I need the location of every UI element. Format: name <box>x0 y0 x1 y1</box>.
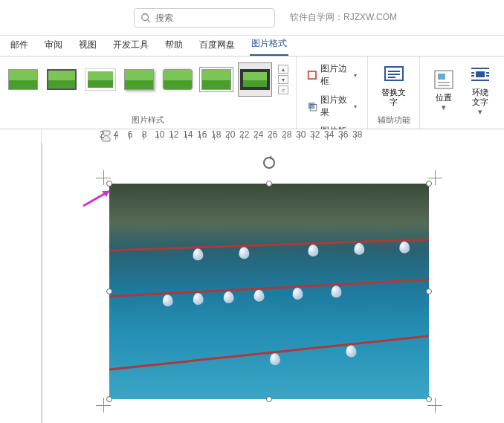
accessibility-group-label: 辅助功能 <box>374 113 414 127</box>
picture-border-button[interactable]: 图片边框 ▾ <box>306 61 358 89</box>
tab-baidu[interactable]: 百度网盘 <box>198 34 236 56</box>
horizontal-ruler[interactable]: 2468101214161820222426283032343638 <box>42 129 504 143</box>
search-input[interactable] <box>155 13 268 23</box>
resize-handle-t[interactable] <box>266 181 272 187</box>
crop-mark-tr <box>427 170 442 185</box>
horizontal-ruler-area: 2468101214161820222426283032343638 <box>0 129 504 143</box>
ruler-marks: 2468101214161820222426283032343638 <box>101 129 369 140</box>
selected-image[interactable] <box>109 184 429 399</box>
tab-help[interactable]: 帮助 <box>164 34 184 56</box>
wrap-icon <box>468 62 492 86</box>
alt-text-button[interactable]: 替换文字 <box>374 59 414 110</box>
tab-view[interactable]: 视图 <box>77 34 98 56</box>
ribbon-group-styles: ▴ ▾ ▿ 图片样式 <box>0 56 297 129</box>
resize-handle-b[interactable] <box>266 396 272 402</box>
rotate-icon <box>262 155 277 170</box>
svg-point-0 <box>142 13 149 20</box>
gallery-up-button[interactable]: ▴ <box>278 65 288 74</box>
search-box[interactable] <box>134 8 275 28</box>
crop-mark-br <box>427 398 442 413</box>
tab-review[interactable]: 审阅 <box>43 34 64 56</box>
picture-effects-label: 图片效果 <box>320 94 351 119</box>
style-thick-border[interactable] <box>238 62 272 97</box>
picture-style-gallery: ▴ ▾ ▿ <box>6 59 290 97</box>
chevron-down-icon: ▾ <box>354 103 357 110</box>
watermark-text: 软件自学网：RJZXW.COM <box>290 11 397 24</box>
picture-effects-button[interactable]: 图片效果 ▾ <box>306 92 358 120</box>
effects-icon <box>307 100 317 112</box>
title-bar: 软件自学网：RJZXW.COM <box>0 0 504 36</box>
gallery-scroll: ▴ ▾ ▿ <box>278 65 290 94</box>
tab-picture-format[interactable]: 图片格式 <box>250 33 288 56</box>
document-area <box>0 143 504 423</box>
vertical-ruler[interactable] <box>0 143 42 423</box>
alt-text-icon <box>382 62 406 86</box>
svg-rect-18 <box>476 71 485 77</box>
position-icon <box>432 68 456 91</box>
photo-content <box>109 184 429 399</box>
tab-mail[interactable]: 邮件 <box>9 34 30 56</box>
svg-point-26 <box>264 158 274 168</box>
style-simple[interactable] <box>6 62 40 97</box>
svg-line-27 <box>83 191 109 206</box>
crop-mark-bl <box>96 398 111 413</box>
styles-group-label: 图片样式 <box>6 113 290 127</box>
gallery-more-button[interactable]: ▿ <box>278 85 288 94</box>
style-double[interactable] <box>199 62 233 97</box>
resize-handle-l[interactable] <box>106 288 112 294</box>
tab-developer[interactable]: 开发工具 <box>112 34 150 56</box>
picture-border-label: 图片边框 <box>320 62 351 88</box>
position-button[interactable]: 位置▾ <box>426 59 462 120</box>
wrap-text-button[interactable]: 环绕文字▾ <box>462 59 498 120</box>
ribbon-tabs: 邮件 审阅 视图 开发工具 帮助 百度网盘 图片格式 <box>0 36 504 56</box>
style-soft[interactable] <box>161 62 195 97</box>
gallery-down-button[interactable]: ▾ <box>278 75 288 84</box>
rotate-handle[interactable] <box>262 155 277 170</box>
chevron-down-icon: ▾ <box>354 72 357 79</box>
svg-line-1 <box>148 19 151 22</box>
svg-rect-2 <box>308 71 316 79</box>
search-icon <box>140 13 151 23</box>
crop-mark-tl <box>96 170 111 185</box>
border-icon <box>307 69 317 81</box>
ribbon: ▴ ▾ ▿ 图片样式 图片边框 ▾ 图片效果 ▾ 图片版式 ▾ <box>0 56 504 129</box>
ribbon-group-arrange: 位置▾ 环绕文字▾ <box>420 56 504 129</box>
style-shadow[interactable] <box>122 62 156 97</box>
ribbon-group-accessibility: 替换文字 辅助功能 <box>368 56 421 129</box>
alt-text-label: 替换文字 <box>380 88 408 107</box>
resize-handle-r[interactable] <box>426 288 432 294</box>
svg-rect-3 <box>308 103 315 109</box>
document-page[interactable] <box>42 143 504 423</box>
selected-image-container <box>109 184 429 399</box>
style-bordered[interactable] <box>45 62 79 97</box>
svg-marker-28 <box>102 191 109 197</box>
svg-rect-14 <box>438 74 445 80</box>
position-label: 位置▾ <box>436 93 452 112</box>
wrap-label: 环绕文字▾ <box>468 88 492 117</box>
ribbon-group-pic-options: 图片边框 ▾ 图片效果 ▾ 图片版式 ▾ <box>297 56 368 129</box>
style-white-border[interactable] <box>83 62 117 97</box>
